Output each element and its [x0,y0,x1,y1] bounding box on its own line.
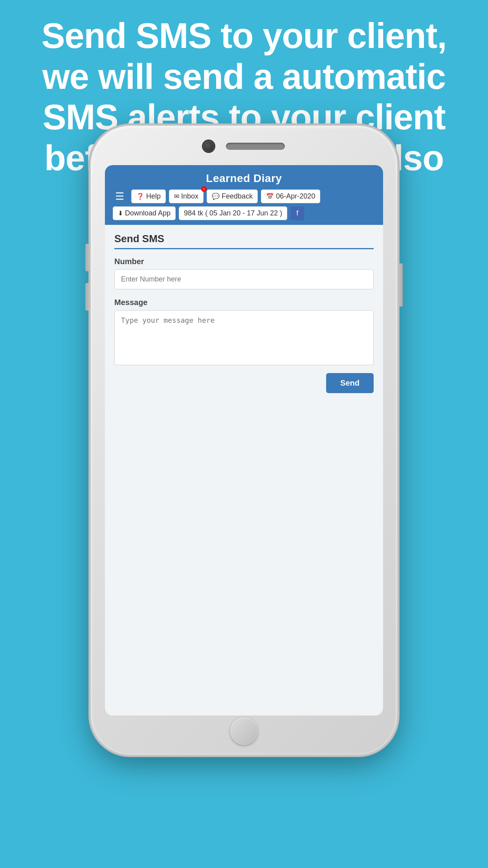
feedback-icon: 💬 [212,193,220,200]
inbox-icon: ✉ [174,193,179,200]
feedback-button[interactable]: 💬 Feedback [207,189,258,203]
power-button [397,263,403,307]
message-input[interactable] [114,310,374,365]
nav-row-2: ⬇ Download App 984 tk ( 05 Jan 20 - 17 J… [113,206,375,220]
phone-screen: Learned Diary ☰ ❓ Help ✉ Inbox 1 [105,165,383,715]
date-button[interactable]: 📅 06-Apr-2020 [261,189,320,203]
calendar-icon: 📅 [266,193,274,200]
app-title: Learned Diary [113,172,375,185]
stats-button[interactable]: 984 tk ( 05 Jan 20 - 17 Jun 22 ) [179,206,287,220]
front-camera [203,141,214,152]
help-label: Help [146,192,161,200]
feedback-label: Feedback [222,192,253,200]
download-label: Download App [125,209,171,217]
section-title: Send SMS [114,233,374,245]
inbox-wrapper: ✉ Inbox 1 [169,189,204,203]
send-row: Send [114,373,374,393]
date-label: 06-Apr-2020 [276,192,315,200]
speaker [226,143,285,150]
help-icon: ❓ [136,193,144,200]
app-title-normal: Diary [250,172,282,184]
stats-label: 984 tk ( 05 Jan 20 - 17 Jun 22 ) [184,209,282,217]
volume-down-button [85,283,91,311]
inbox-label: Inbox [181,192,198,200]
phone-shell: Learned Diary ☰ ❓ Help ✉ Inbox 1 [91,126,397,755]
facebook-button[interactable]: f [290,206,304,220]
download-app-button[interactable]: ⬇ Download App [113,206,176,220]
app-header: Learned Diary ☰ ❓ Help ✉ Inbox 1 [105,165,383,225]
download-icon: ⬇ [118,210,123,217]
app-content: Send SMS Number Message Send [105,225,383,401]
number-input[interactable] [114,269,374,289]
section-divider [114,248,374,249]
volume-up-button [85,244,91,271]
inbox-button[interactable]: ✉ Inbox [169,189,204,203]
message-field-label: Message [114,298,374,307]
app-title-bold: Learned [206,172,250,184]
hamburger-menu-button[interactable]: ☰ [113,189,127,203]
home-button[interactable] [230,717,258,745]
phone-mockup: Learned Diary ☰ ❓ Help ✉ Inbox 1 [91,126,397,755]
number-field-label: Number [114,257,374,266]
help-button[interactable]: ❓ Help [131,189,166,203]
inbox-badge-dot: 1 [201,186,207,192]
nav-row-1: ☰ ❓ Help ✉ Inbox 1 💬 Feedba [113,189,375,203]
facebook-icon: f [296,209,298,217]
send-button[interactable]: Send [326,373,374,393]
phone-top-bar [203,141,285,152]
